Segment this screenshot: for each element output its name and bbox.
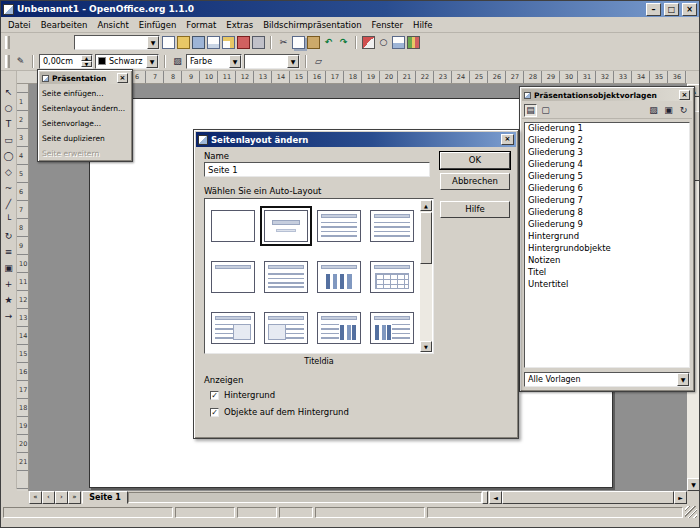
- layout-option-2[interactable]: [259, 200, 312, 251]
- layout-option-11[interactable]: [313, 302, 366, 353]
- ok-button[interactable]: OK: [440, 152, 510, 169]
- tab-scrollbar-splitter[interactable]: [482, 491, 488, 504]
- stylist-icon[interactable]: [392, 36, 405, 49]
- effects-tool-icon[interactable]: ★: [2, 294, 15, 307]
- zoom-tool-icon[interactable]: ○: [2, 102, 15, 115]
- text-tool-icon[interactable]: T: [2, 118, 15, 131]
- interaction-tool-icon[interactable]: →: [2, 310, 15, 323]
- scroll-down-icon[interactable]: ▼: [687, 478, 700, 491]
- style-list-item[interactable]: Gliederung 7: [525, 195, 689, 207]
- line-width-spinner[interactable]: ▲ ▼: [81, 55, 92, 67]
- dropdown-arrow-icon[interactable]: ▼: [229, 55, 241, 68]
- menu-item-bildschirmpraesentation[interactable]: Bildschirmpräsentation: [258, 18, 366, 32]
- last-page-button[interactable]: »: [68, 491, 81, 504]
- style-list-item[interactable]: Gliederung 9: [525, 219, 689, 231]
- cut-icon[interactable]: ✂: [277, 36, 290, 49]
- maximize-button[interactable]: □: [664, 3, 679, 16]
- edit-file-icon[interactable]: [222, 36, 235, 49]
- line-color-combo[interactable]: Schwarz ▼: [95, 54, 159, 69]
- url-combo[interactable]: ▼: [74, 35, 160, 50]
- help-button[interactable]: Hilfe: [440, 201, 510, 218]
- style-list-item[interactable]: Gliederung 6: [525, 183, 689, 195]
- menu-item-ansicht[interactable]: Ansicht: [92, 18, 133, 32]
- layout-scroll-thumb[interactable]: [420, 212, 432, 264]
- shadow-icon[interactable]: ▱: [312, 55, 325, 68]
- toolbar-handle[interactable]: [5, 36, 10, 49]
- alignment-tool-icon[interactable]: ≡: [2, 246, 15, 259]
- select-tool-icon[interactable]: ↖: [2, 86, 15, 99]
- rectangle-tool-icon[interactable]: ▭: [2, 134, 15, 147]
- edit-points-icon[interactable]: ✎: [14, 55, 27, 68]
- layout-option-5[interactable]: [206, 251, 259, 302]
- dropdown-arrow-icon[interactable]: ▼: [287, 55, 299, 68]
- first-page-button[interactable]: «: [29, 491, 42, 504]
- export-pdf-icon[interactable]: [237, 36, 250, 49]
- style-list-item[interactable]: Gliederung 3: [525, 147, 689, 159]
- dialog-title-bar[interactable]: Seitenlayout ändern ×: [196, 132, 516, 147]
- page-tab[interactable]: Seite 1: [82, 491, 128, 504]
- gallery-icon[interactable]: [407, 36, 420, 49]
- style-list-item[interactable]: Gliederung 8: [525, 207, 689, 219]
- palette-item[interactable]: Seite einfügen...: [38, 86, 132, 101]
- style-filter-combo[interactable]: Alle Vorlagen ▼: [524, 372, 690, 387]
- menu-item-hilfe[interactable]: Hilfe: [408, 18, 437, 32]
- scroll-up-icon[interactable]: ▲: [420, 200, 432, 211]
- redo-icon[interactable]: ↷: [337, 36, 350, 49]
- slide-name-input[interactable]: [204, 162, 430, 177]
- style-list-item[interactable]: Notizen: [525, 255, 689, 267]
- title-bar[interactable]: Unbenannt1 - OpenOffice.org 1.1.0 – □ ×: [1, 1, 699, 17]
- palette-title-bar[interactable]: Präsentation ×: [40, 72, 130, 84]
- menu-item-einfuegen[interactable]: Einfügen: [134, 18, 182, 32]
- menu-item-extras[interactable]: Extras: [221, 18, 258, 32]
- horizontal-scroll-thumb[interactable]: [502, 491, 674, 504]
- objekte-checkbox[interactable]: ✓: [210, 408, 219, 417]
- style-list-item[interactable]: Untertitel: [525, 279, 689, 291]
- undo-icon[interactable]: ↶: [322, 36, 335, 49]
- rotate-tool-icon[interactable]: ↻: [2, 230, 15, 243]
- style-list-item[interactable]: Gliederung 5: [525, 171, 689, 183]
- menu-item-format[interactable]: Format: [181, 18, 221, 32]
- 3d-objects-tool-icon[interactable]: ◇: [2, 166, 15, 179]
- stylist-close-button[interactable]: ×: [679, 90, 690, 100]
- arrange-tool-icon[interactable]: ▣: [2, 262, 15, 275]
- scroll-right-icon[interactable]: ►: [674, 491, 687, 504]
- minimize-button[interactable]: –: [646, 3, 661, 16]
- next-page-button[interactable]: ›: [55, 491, 68, 504]
- scroll-down-icon[interactable]: ▼: [420, 341, 432, 352]
- line-width-field[interactable]: 0,00cm ▲ ▼: [39, 54, 93, 69]
- new-document-icon[interactable]: [162, 36, 175, 49]
- resize-grip[interactable]: [685, 506, 697, 518]
- close-button[interactable]: ×: [682, 3, 697, 16]
- cancel-button[interactable]: Abbrechen: [440, 173, 510, 190]
- dropdown-arrow-icon[interactable]: ▼: [147, 36, 159, 49]
- toolbar-handle[interactable]: [5, 55, 10, 68]
- layout-option-9[interactable]: [206, 302, 259, 353]
- dialog-close-button[interactable]: ×: [501, 134, 514, 145]
- presentation-styles-icon[interactable]: ▤: [524, 104, 537, 117]
- scroll-left-icon[interactable]: ◄: [489, 491, 502, 504]
- palette-item[interactable]: Seite duplizieren: [38, 131, 132, 146]
- insert-tool-icon[interactable]: +: [2, 278, 15, 291]
- copy-icon[interactable]: [292, 36, 305, 49]
- zoom-icon[interactable]: ○: [377, 36, 390, 49]
- layout-option-3[interactable]: [313, 200, 366, 251]
- layout-option-4[interactable]: [366, 200, 419, 251]
- fill-color-combo[interactable]: ▼: [244, 54, 300, 69]
- palette-close-button[interactable]: ×: [117, 73, 128, 83]
- dropdown-arrow-icon[interactable]: ▼: [146, 55, 158, 68]
- menu-item-fenster[interactable]: Fenster: [367, 18, 409, 32]
- style-list-item[interactable]: Gliederung 4: [525, 159, 689, 171]
- update-style-icon[interactable]: ↻: [677, 104, 690, 117]
- layout-option-1[interactable]: [206, 200, 259, 251]
- connector-tool-icon[interactable]: └: [2, 214, 15, 227]
- paste-icon[interactable]: [307, 36, 320, 49]
- style-list-item[interactable]: Titel: [525, 267, 689, 279]
- layout-option-10[interactable]: [259, 302, 312, 353]
- dropdown-arrow-icon[interactable]: ▼: [677, 373, 689, 386]
- style-list-item[interactable]: Gliederung 1: [525, 123, 689, 135]
- layout-option-6[interactable]: [259, 251, 312, 302]
- palette-item[interactable]: Seitenvorlage...: [38, 116, 132, 131]
- spin-down-icon[interactable]: ▼: [81, 61, 92, 67]
- fill-format-mode-icon[interactable]: ▨: [647, 104, 660, 117]
- menu-item-datei[interactable]: Datei: [3, 18, 36, 32]
